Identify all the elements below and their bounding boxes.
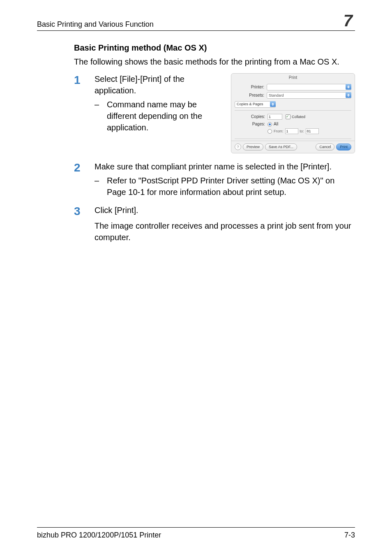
step-3-result: The image controller receives and proces…	[95, 220, 355, 243]
help-icon[interactable]: ?	[235, 144, 241, 150]
step-1-bullet-text: Command name may be different depending …	[107, 99, 223, 133]
dropdown-arrow-icon	[346, 84, 351, 90]
pages-from-radio[interactable]	[267, 129, 272, 134]
step-2-text: Make sure that compliant printer name is…	[95, 161, 355, 172]
pages-all-radio[interactable]	[267, 122, 272, 127]
step-2-bullet: – Refer to "PostScript PPD Printer Drive…	[95, 175, 355, 198]
dropdown-arrow-icon	[270, 101, 276, 107]
collated-label: Collated	[292, 114, 305, 120]
footer-right: 7-3	[344, 531, 355, 540]
pages-from-label: From:	[274, 129, 284, 134]
copies-input[interactable]: 1	[267, 114, 282, 120]
step-2-number: 2	[74, 161, 95, 175]
step-1-text: Select [File]-[Print] of the application…	[95, 73, 223, 96]
intro-paragraph: The following shows the basic methods fo…	[74, 56, 355, 67]
pages-label: Pages:	[235, 121, 267, 127]
dropdown-arrow-icon	[346, 92, 351, 98]
section-heading: Basic Printing method (Mac OS X)	[74, 43, 355, 53]
pages-to-label: to:	[300, 129, 304, 134]
page-footer: bizhub PRO 1200/1200P/1051 Printer 7-3	[37, 527, 355, 540]
cancel-button[interactable]: Cancel	[316, 144, 334, 151]
footer-left: bizhub PRO 1200/1200P/1051 Printer	[37, 531, 161, 540]
print-button[interactable]: Print	[336, 144, 351, 151]
pages-all-label: All	[274, 121, 278, 127]
print-dialog-screenshot: Print Printer: Presets: Standard	[231, 73, 355, 153]
copies-label: Copies:	[235, 114, 267, 120]
step-1: 1 Select [File]-[Print] of the applicati…	[74, 73, 355, 153]
step-3-number: 3	[74, 204, 95, 218]
presets-value: Standard	[269, 93, 349, 98]
step-3-text: Click [Print].	[95, 204, 355, 216]
page-header: Basic Printing and Various Function 7	[37, 12, 355, 31]
step-2: 2 Make sure that compliant printer name …	[74, 161, 355, 198]
presets-select[interactable]: Standard	[267, 92, 351, 99]
presets-label: Presets:	[235, 93, 267, 98]
section-select-value: Copies & Pages	[237, 102, 263, 106]
checkmark-icon	[286, 114, 291, 119]
printer-select[interactable]	[267, 84, 351, 90]
printer-label: Printer:	[235, 84, 267, 90]
collated-checkbox[interactable]: Collated	[286, 114, 305, 120]
chapter-number: 7	[344, 12, 355, 29]
save-as-pdf-button[interactable]: Save As PDF...	[265, 144, 297, 151]
preview-button[interactable]: Preview	[243, 144, 263, 151]
step-2-bullet-text: Refer to "PostScript PPD Printer Driver …	[107, 175, 355, 198]
pages-to-input[interactable]: 81	[306, 128, 319, 134]
section-select[interactable]: Copies & Pages	[235, 101, 276, 108]
header-title: Basic Printing and Various Function	[37, 20, 154, 29]
pages-from-input[interactable]: 1	[285, 128, 298, 134]
step-1-bullet: – Command name may be different dependin…	[95, 99, 223, 133]
dialog-title: Print	[231, 74, 355, 83]
step-3: 3 Click [Print]. The image controller re…	[74, 204, 355, 243]
step-1-number: 1	[74, 73, 95, 87]
